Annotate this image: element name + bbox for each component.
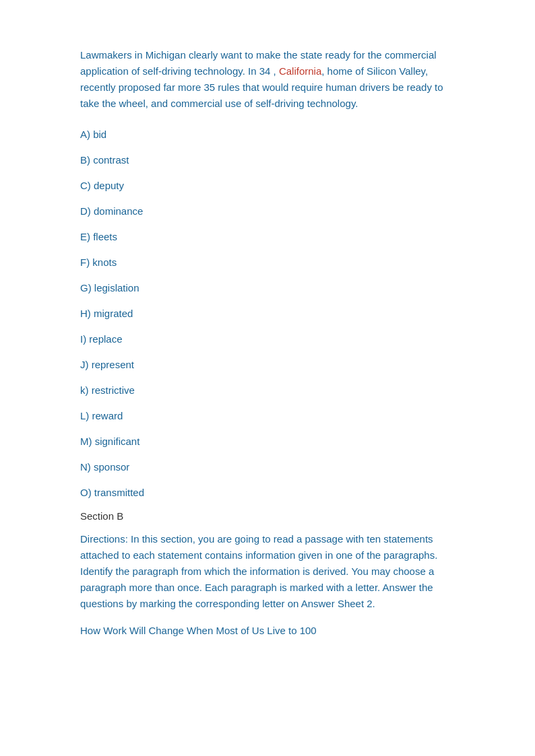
option-h: H) migrated [80,306,455,322]
option-l: L) reward [80,408,455,424]
passage-paragraph: Lawmakers in Michigan clearly want to ma… [80,47,455,112]
option-c: C) deputy [80,178,455,194]
highlight-california: California [279,65,321,77]
option-e: E) fleets [80,229,455,245]
option-b: B) contrast [80,152,455,168]
option-j: J) represent [80,357,455,373]
option-a: A) bid [80,127,455,143]
article-title: How Work Will Change When Most of Us Liv… [80,623,455,639]
option-f: F) knots [80,254,455,271]
option-k: k) restrictive [80,382,455,399]
option-i: I) replace [80,331,455,347]
option-m: M) significant [80,434,455,450]
option-d: D) dominance [80,203,455,219]
option-o: O) transmitted [80,485,455,501]
option-g: G) legislation [80,280,455,296]
directions-paragraph: Directions: In this section, you are goi… [80,531,455,612]
option-n: N) sponsor [80,459,455,475]
options-list: A) bid B) contrast C) deputy D) dominanc… [80,127,455,501]
section-b-label: Section B [80,510,455,522]
